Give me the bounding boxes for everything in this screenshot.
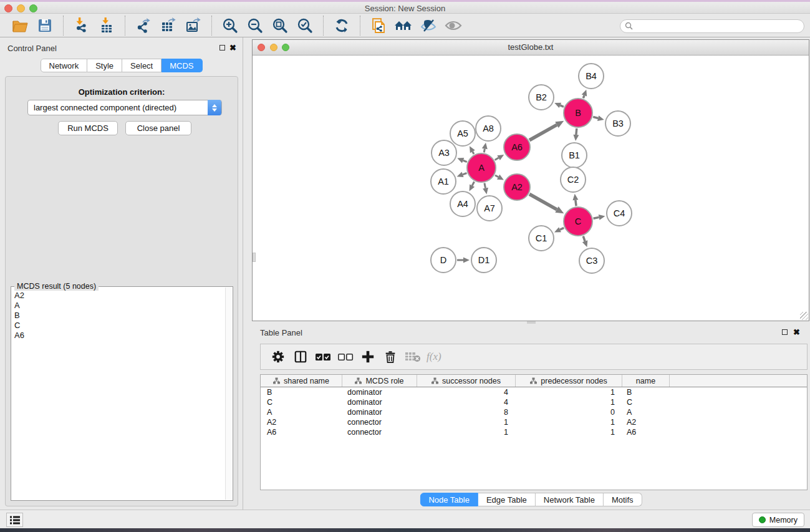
table-cell[interactable]: 4: [417, 387, 516, 397]
select-all-button[interactable]: [312, 346, 334, 367]
float-panel-icon[interactable]: [219, 45, 225, 51]
network-window-titlebar[interactable]: testGlobe.txt: [253, 40, 809, 56]
result-scrollbar[interactable]: [225, 288, 232, 500]
mcds-result-item[interactable]: A2: [12, 291, 226, 301]
network-vscroll-stub[interactable]: [253, 253, 256, 262]
zoom-fit-button[interactable]: [269, 16, 291, 35]
table-cell[interactable]: 1: [417, 417, 516, 427]
table-row[interactable]: Bdominator41B: [261, 387, 807, 397]
edge-B-B2[interactable]: [560, 105, 564, 107]
table-cell[interactable]: dominator: [342, 407, 417, 417]
table-cell[interactable]: 1: [417, 427, 516, 437]
import-table-button[interactable]: [96, 16, 117, 35]
refresh-button[interactable]: [331, 16, 352, 35]
show-columns-button[interactable]: [289, 346, 312, 367]
table-cell[interactable]: 1: [516, 397, 622, 407]
tab-mcds[interactable]: MCDS: [162, 59, 202, 72]
edge-A-A2[interactable]: [495, 175, 498, 177]
table-row[interactable]: A2connector11A2: [261, 417, 807, 427]
edge-A-A1[interactable]: [463, 173, 466, 174]
table-cell[interactable]: A6: [622, 427, 670, 437]
search-field[interactable]: [620, 19, 804, 33]
table-cell[interactable]: C: [261, 397, 342, 407]
float-table-panel-icon[interactable]: [782, 329, 788, 335]
mcds-result-item[interactable]: A: [12, 301, 226, 311]
edge-C-C2[interactable]: [576, 200, 576, 206]
mcds-result-item[interactable]: A6: [12, 331, 226, 341]
tab-edge-table[interactable]: Edge Table: [478, 493, 536, 506]
table-cell[interactable]: dominator: [342, 397, 417, 407]
delete-column-button[interactable]: [379, 346, 402, 367]
table-cell[interactable]: connector: [342, 427, 417, 437]
home-button[interactable]: [393, 16, 414, 35]
close-table-panel-icon[interactable]: ✖: [793, 327, 800, 337]
edge-B-B1[interactable]: [576, 128, 577, 135]
memory-button[interactable]: Memory: [752, 513, 804, 527]
table-cell[interactable]: A2: [261, 417, 342, 427]
window-resize-grip[interactable]: [800, 312, 808, 320]
export-table-button[interactable]: [158, 16, 179, 35]
tab-network-table[interactable]: Network Table: [536, 493, 604, 506]
table-cell[interactable]: 1: [516, 417, 622, 427]
zoom-in-button[interactable]: [219, 16, 241, 35]
table-row[interactable]: A6connector11A6: [261, 427, 807, 437]
table-cell[interactable]: A6: [261, 427, 342, 437]
table-cell[interactable]: B: [261, 387, 342, 397]
table-cell[interactable]: 0: [516, 407, 622, 417]
column-header-name[interactable]: name: [622, 375, 670, 387]
close-panel-icon[interactable]: ✖: [229, 43, 236, 52]
mcds-result-item[interactable]: C: [12, 321, 226, 331]
import-network-button[interactable]: [71, 16, 92, 35]
tab-motifs[interactable]: Motifs: [604, 493, 642, 506]
table-cell[interactable]: C: [622, 397, 670, 407]
create-column-button[interactable]: [357, 346, 379, 367]
edge-C-C1[interactable]: [560, 228, 564, 230]
show-button[interactable]: [443, 16, 464, 35]
paste-network-button[interactable]: [368, 16, 389, 35]
run-mcds-button[interactable]: Run MCDS: [58, 121, 118, 135]
export-image-button[interactable]: [183, 16, 204, 35]
edge-A-A4[interactable]: [472, 181, 474, 185]
hide-button[interactable]: [418, 16, 439, 35]
table-cell[interactable]: B: [622, 387, 670, 397]
tab-network[interactable]: Network: [40, 59, 87, 72]
search-input[interactable]: [636, 22, 804, 31]
edge-A2-C[interactable]: [529, 194, 557, 210]
close-panel-button[interactable]: Close panel: [125, 121, 191, 135]
table-cell[interactable]: A: [261, 407, 342, 417]
edge-B-B3[interactable]: [593, 117, 598, 118]
table-cell[interactable]: 1: [516, 387, 622, 397]
edge-C-C4[interactable]: [594, 217, 599, 218]
deselect-all-button[interactable]: [334, 346, 357, 367]
network-canvas[interactable]: AA1A3A4A5A7A8A6A2BB1B2B3B4CC1C2C3C4DD1: [253, 56, 809, 321]
table-cell[interactable]: connector: [342, 417, 417, 427]
open-session-button[interactable]: [9, 16, 31, 35]
table-row[interactable]: Cdominator41C: [261, 397, 807, 407]
edge-B-B4[interactable]: [583, 95, 584, 98]
column-header-successor-nodes[interactable]: successor nodes: [417, 375, 516, 387]
criterion-dropdown[interactable]: largest connected component (directed): [27, 100, 222, 115]
column-header-shared-name[interactable]: shared name: [261, 375, 342, 387]
table-settings-button[interactable]: [267, 346, 289, 367]
export-network-button[interactable]: [133, 16, 154, 35]
task-history-button[interactable]: [6, 513, 23, 527]
edge-A-A7[interactable]: [485, 183, 486, 188]
tab-select[interactable]: Select: [122, 59, 162, 72]
table-cell[interactable]: 8: [417, 407, 516, 417]
tab-node-table[interactable]: Node Table: [420, 493, 478, 506]
column-header-MCDS-role[interactable]: MCDS role: [342, 375, 417, 387]
edge-A-A6[interactable]: [495, 158, 499, 160]
edge-A-A3[interactable]: [463, 160, 467, 162]
table-cell[interactable]: 1: [516, 427, 622, 437]
table-cell[interactable]: dominator: [342, 387, 417, 397]
table-cell[interactable]: A: [622, 407, 670, 417]
table-row[interactable]: Adominator80A: [261, 407, 807, 417]
table-cell[interactable]: A2: [622, 417, 670, 427]
mcds-result-item[interactable]: B: [12, 311, 226, 321]
edge-A6-B[interactable]: [529, 125, 557, 140]
column-header-predecessor-nodes[interactable]: predecessor nodes: [516, 375, 622, 387]
zoom-selected-button[interactable]: [294, 16, 316, 35]
network-hscroll-stub[interactable]: [527, 321, 536, 324]
edge-A-A5[interactable]: [473, 152, 474, 154]
save-session-button[interactable]: [34, 16, 55, 35]
